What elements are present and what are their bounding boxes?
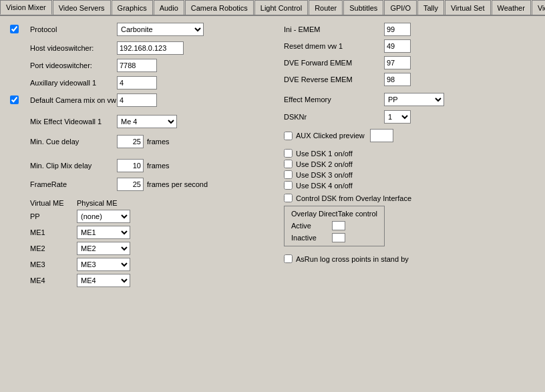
control-dsk-checkbox[interactable]	[284, 194, 293, 202]
inactive-label: Inactive	[291, 234, 328, 242]
dsk4-checkbox[interactable]	[284, 181, 293, 190]
default-camera-input[interactable]	[117, 93, 157, 107]
dve-forward-label: DVE Forward EMEM	[284, 59, 384, 67]
ini-emem-label: Ini - EMEM	[284, 25, 384, 33]
vme-me3-label: ME3	[30, 260, 70, 268]
pme-me3-select[interactable]: ME3(none)ME1ME2ME4	[77, 258, 130, 271]
dsk2-checkbox[interactable]	[284, 160, 293, 168]
port-input[interactable]	[117, 59, 157, 72]
min-clip-input[interactable]	[117, 159, 144, 172]
host-label: Host videoswitcher:	[30, 44, 117, 52]
dve-reverse-input[interactable]	[384, 73, 411, 86]
protocol-select[interactable]: Carbonite Ross	[117, 23, 204, 36]
vme-pp-label: PP	[30, 212, 70, 220]
tab-video-wall[interactable]: Video Wall	[532, 0, 545, 15]
tab-bar: Vision Mixer Video Servers Graphics Audi…	[0, 0, 545, 16]
effect-memory-label: Effect Memory	[284, 95, 384, 104]
asrun-label: AsRun log cross points in stand by	[296, 255, 409, 263]
mix-effect-label: Mix Effect Videowall 1	[30, 118, 117, 126]
tab-audio[interactable]: Audio	[154, 0, 184, 15]
tab-gpio[interactable]: GPI/O	[384, 0, 417, 15]
frames-per-second-label: frames per second	[147, 180, 208, 188]
reset-dmem-label: Reset dmem vw 1	[284, 42, 384, 50]
aux-clicked-label: AUX Clicked preview	[296, 132, 365, 140]
tab-light-control[interactable]: Light Control	[254, 0, 308, 15]
protocol-checkbox[interactable]	[10, 25, 19, 33]
dve-forward-input[interactable]	[384, 56, 411, 69]
vme-me1-label: ME1	[30, 228, 70, 236]
dsk1-label: Use DSK 1 on/off	[296, 150, 353, 158]
control-dsk-label: Control DSK from Overlay Interface	[296, 194, 411, 202]
effect-memory-select[interactable]: PPME1ME2	[384, 93, 444, 106]
port-label: Port videoswitcher:	[30, 61, 117, 69]
active-label: Active	[291, 222, 328, 230]
tab-subtitles[interactable]: Subtitles	[343, 0, 383, 15]
min-clip-label: Min. Clip Mix delay	[30, 162, 117, 170]
host-input[interactable]	[117, 41, 184, 55]
aux-clicked-input[interactable]	[370, 129, 393, 142]
protocol-label: Protocol	[30, 25, 117, 33]
tab-camera-robotics[interactable]: Camera Robotics	[185, 0, 254, 15]
aux-input[interactable]	[117, 76, 157, 89]
min-cue-input[interactable]	[117, 135, 144, 148]
default-camera-label: Default Camera mix on vw	[30, 96, 117, 104]
pme-me1-select[interactable]: ME1(none)ME2ME3ME4	[77, 226, 130, 239]
dsk2-label: Use DSK 2 on/off	[296, 160, 353, 168]
aux-label: Auxillary videowall 1	[30, 79, 117, 87]
tab-virtual-set[interactable]: Virtual Set	[445, 0, 491, 15]
vme-me2-label: ME2	[30, 244, 70, 252]
physical-me-header: Physical ME	[77, 199, 150, 207]
framerate-input[interactable]	[117, 178, 144, 191]
inactive-indicator	[332, 233, 345, 242]
default-camera-checkbox[interactable]	[10, 95, 19, 104]
dsk1-checkbox[interactable]	[284, 149, 293, 158]
mix-effect-select[interactable]: Me 4 Me 1 Me 2 Me 3	[117, 115, 177, 128]
asrun-checkbox[interactable]	[284, 254, 293, 263]
pme-me2-select[interactable]: ME2(none)ME1ME3ME4	[77, 242, 130, 255]
pme-pp-select[interactable]: (none)ME1ME2ME3ME4	[77, 210, 130, 223]
vme-me4-label: ME4	[30, 276, 70, 284]
tab-router[interactable]: Router	[309, 0, 343, 15]
dsk3-checkbox[interactable]	[284, 170, 293, 179]
aux-clicked-checkbox[interactable]	[284, 132, 293, 140]
frames-label2: frames	[147, 162, 170, 170]
min-cue-label: Min. Cue delay	[30, 138, 117, 146]
dsk4-label: Use DSK 4 on/off	[296, 182, 353, 190]
pme-me4-select[interactable]: ME4(none)ME1ME2ME3	[77, 274, 130, 287]
dve-reverse-label: DVE Reverse EMEM	[284, 75, 384, 83]
frames-label: frames	[147, 138, 170, 146]
main-content: Protocol Carbonite Ross Host videoswitch…	[0, 16, 545, 392]
tab-weather[interactable]: Weather	[492, 0, 531, 15]
reset-dmem-input[interactable]	[384, 39, 411, 53]
ini-emem-input[interactable]	[384, 23, 411, 36]
tab-tally[interactable]: Tally	[417, 0, 444, 15]
tab-graphics[interactable]: Graphics	[112, 0, 153, 15]
active-indicator	[332, 221, 345, 230]
tab-vision-mixer[interactable]: Vision Mixer	[0, 0, 52, 15]
dsknr-label: DSKNr	[284, 113, 384, 121]
tab-video-servers[interactable]: Video Servers	[53, 0, 111, 15]
dsknr-select[interactable]: 1234	[384, 110, 411, 124]
dsk3-label: Use DSK 3 on/off	[296, 171, 353, 179]
overlay-title: Overlay DirectTake control	[291, 210, 377, 218]
virtual-me-header: Virtual ME	[30, 199, 70, 207]
framerate-label: FrameRate	[30, 180, 117, 188]
